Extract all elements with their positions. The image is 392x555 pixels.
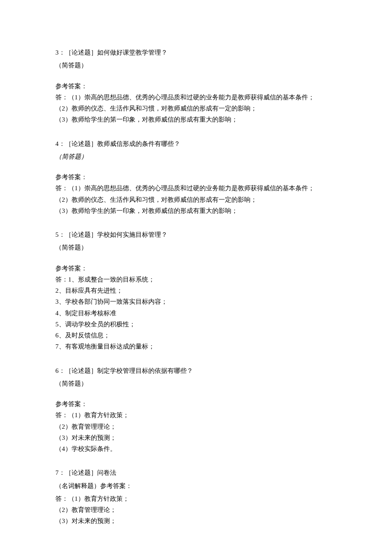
- answer-line: （2）教育管理理论；: [55, 421, 337, 432]
- question-5: 5：［论述题］学校如何实施目标管理？ （简答题） 参考答案： 答：1、形成整合一…: [55, 229, 337, 352]
- answer-line: （3）对未来的预测；: [55, 432, 337, 443]
- spacer: [55, 391, 337, 398]
- answer-label: 参考答案：: [55, 263, 337, 274]
- document-page: 3：［论述题］如何做好课堂教学管理？ （简答题） 参考答案： 答：（1）崇高的思…: [0, 0, 392, 552]
- question-4: 4：［论述题］教师威信形成的条件有哪些？ （简答题） 参考答案： 答：（1）崇高…: [55, 138, 337, 217]
- answer-line: （2）教师的仪态、生活作风和习惯，对教师威信的形成有一定的影响；: [55, 194, 337, 205]
- question-title: 3：［论述题］如何做好课堂教学管理？: [55, 47, 337, 58]
- question-type: （简答题）: [55, 378, 337, 389]
- question-6: 6：［论述题］制定学校管理目标的依据有哪些？ （简答题） 参考答案： 答：（1）…: [55, 365, 337, 455]
- answer-line: 答：（1）崇高的思想品德、优秀的心理品质和过硬的业务能力是教师获得威信的基本条件…: [55, 92, 337, 103]
- question-type: （简答题）: [55, 242, 337, 253]
- answer-line: （2）教师的仪态、生活作风和习惯，对教师威信的形成有一定的影响；: [55, 103, 337, 114]
- answer-label: 参考答案：: [55, 81, 337, 92]
- answer-line: 答：（1）崇高的思想品德、优秀的心理品质和过硬的业务能力是教师获得威信的基本条件…: [55, 183, 337, 194]
- question-type: （简答题）: [55, 60, 337, 71]
- answer-line: （3）教师给学生的第一印象，对教师威信的形成有重大的影响；: [55, 205, 337, 216]
- answer-line: （2）教育管理理论；: [55, 504, 337, 515]
- answer-line: 6、及时反馈信息；: [55, 330, 337, 341]
- answer-label: 参考答案：: [55, 171, 337, 183]
- answer-line: （3）教师给学生的第一印象，对教师威信的形成有重大的影响；: [55, 114, 337, 125]
- question-7: 7：［论述题］问卷法 （名词解释题）参考答案： 答：（1）教育方针政策； （2）…: [55, 467, 337, 526]
- question-title: 6：［论述题］制定学校管理目标的依据有哪些？: [55, 365, 337, 376]
- answer-line: 5、调动学校全员的积极性；: [55, 319, 337, 330]
- question-type: （简答题）: [55, 151, 337, 162]
- answer-line: 4、制定目标考核标准: [55, 308, 337, 319]
- question-title: 5：［论述题］学校如何实施目标管理？: [55, 229, 337, 240]
- answer-line: （3）对未来的预测；: [55, 515, 337, 526]
- answer-line: 答：1、形成整合一致的目标系统；: [55, 274, 337, 285]
- answer-line: （4）学校实际条件。: [55, 443, 337, 454]
- answer-line: 3、学校各部门协同一致落实目标内容；: [55, 296, 337, 307]
- answer-line: 答：（1）教育方针政策；: [55, 410, 337, 421]
- question-type: （名词解释题）参考答案：: [55, 480, 337, 491]
- question-title: 7：［论述题］问卷法: [55, 467, 337, 478]
- answer-line: 答：（1）教育方针政策；: [55, 493, 337, 504]
- question-3: 3：［论述题］如何做好课堂教学管理？ （简答题） 参考答案： 答：（1）崇高的思…: [55, 47, 337, 125]
- answer-label: 参考答案：: [55, 398, 337, 410]
- spacer: [55, 73, 337, 81]
- answer-line: 7、有客观地衡量目标达成的量标；: [55, 341, 337, 352]
- answer-line: 2、目标应具有先进性；: [55, 285, 337, 296]
- question-title: 4：［论述题］教师威信形成的条件有哪些？: [55, 138, 337, 149]
- spacer: [55, 164, 337, 171]
- spacer: [55, 255, 337, 263]
